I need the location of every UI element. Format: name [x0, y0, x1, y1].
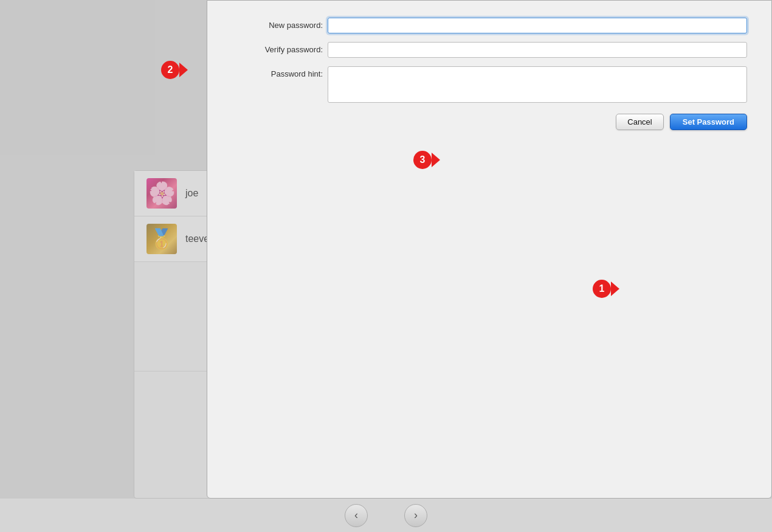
password-hint-input[interactable]: [328, 66, 747, 103]
back-button[interactable]: ‹: [345, 504, 368, 527]
modal-overlay: New password: Verify password: Password …: [0, 0, 772, 532]
modal-dialog: New password: Verify password: Password …: [207, 0, 772, 499]
modal-button-row: Cancel Set Password: [232, 114, 747, 130]
new-password-label: New password:: [232, 18, 323, 30]
badge-circle-1: 1: [593, 280, 611, 298]
verify-password-label: Verify password:: [232, 42, 323, 54]
password-hint-row: Password hint:: [232, 66, 747, 103]
bottom-toolbar: ‹ ›: [0, 499, 772, 532]
annotation-badge-3: 3: [413, 151, 432, 169]
verify-password-input[interactable]: [328, 42, 747, 58]
annotation-badge-2: 2: [161, 61, 179, 79]
verify-password-row: Verify password:: [232, 42, 747, 58]
annotation-badge-1: 1: [593, 280, 611, 298]
password-hint-label: Password hint:: [232, 66, 323, 78]
new-password-row: New password:: [232, 18, 747, 33]
set-password-modal-button[interactable]: Set Password: [670, 114, 747, 130]
badge-circle-3: 3: [413, 151, 432, 169]
badge-circle-2: 2: [161, 61, 179, 79]
forward-button[interactable]: ›: [404, 504, 427, 527]
new-password-input[interactable]: [328, 18, 747, 33]
cancel-button[interactable]: Cancel: [616, 114, 663, 130]
